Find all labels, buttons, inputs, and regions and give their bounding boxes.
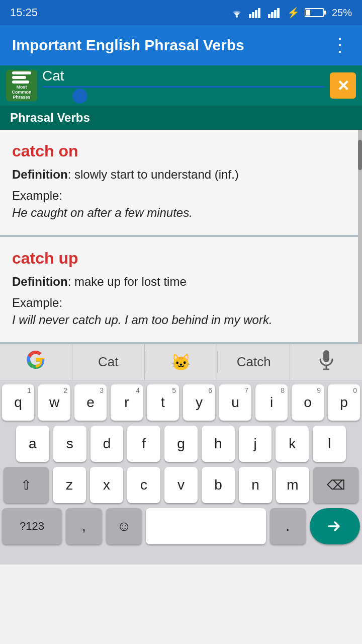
key-s[interactable]: s: [53, 426, 86, 462]
space-key[interactable]: [146, 508, 265, 544]
key-d[interactable]: d: [90, 426, 124, 462]
scroll-indicator[interactable]: [358, 130, 362, 344]
key-q[interactable]: 1q: [2, 384, 34, 421]
svg-rect-4: [258, 8, 260, 18]
svg-rect-2: [252, 12, 254, 18]
verb-title-catch-on: catch on: [12, 142, 350, 160]
suggest-catch-text[interactable]: Catch: [218, 344, 290, 380]
app-logo: Most CommonPhrases: [6, 70, 37, 101]
key-f[interactable]: f: [127, 426, 160, 462]
key-c[interactable]: c: [127, 467, 160, 503]
key-e[interactable]: 3e: [74, 384, 107, 421]
key-l[interactable]: l: [313, 426, 346, 462]
google-icon: [27, 351, 45, 373]
cursor-indicator: [72, 89, 87, 104]
suggest-cat-label: Cat: [98, 354, 118, 370]
battery-percent: 25%: [332, 7, 352, 19]
keyboard-row-3: ⇧ z x c v b n m ⌫: [2, 467, 360, 503]
key-a[interactable]: a: [16, 426, 49, 462]
clear-button[interactable]: ✕: [330, 72, 356, 99]
status-bar: 15:25 ⚡ 25%: [0, 0, 362, 25]
keyboard-suggestions: Cat 🐱 Catch: [0, 344, 362, 380]
status-time: 15:25: [10, 6, 38, 19]
verb-example-label-catch-on: Example:: [12, 189, 350, 203]
verb-entry-catch-on: catch on Definition: slowly start to und…: [0, 130, 362, 237]
search-input[interactable]: [42, 68, 325, 88]
keyboard-row-1: 1q 2w 3e 4r 5t 6y 7u 8i 9o 0p: [2, 384, 360, 421]
key-o[interactable]: 9o: [292, 384, 324, 421]
mic-icon: [319, 350, 333, 374]
suggest-google[interactable]: [0, 344, 72, 380]
suggest-emoji-cat[interactable]: 🐱: [145, 344, 218, 380]
bottom-bar: [2, 544, 360, 565]
period-key[interactable]: .: [270, 508, 306, 544]
key-b[interactable]: b: [202, 467, 235, 503]
numbers-key[interactable]: ?123: [2, 508, 62, 544]
key-y[interactable]: 6y: [183, 384, 215, 421]
key-h[interactable]: h: [202, 426, 235, 462]
app-title: Important English Phrasal Verbs: [12, 37, 244, 54]
search-bar: Most CommonPhrases ✕: [0, 65, 362, 106]
key-n[interactable]: n: [239, 467, 272, 503]
wifi-icon: [230, 7, 244, 18]
key-m[interactable]: m: [276, 467, 309, 503]
key-t[interactable]: 5t: [147, 384, 179, 421]
key-r[interactable]: 4r: [111, 384, 143, 421]
key-i[interactable]: 8i: [255, 384, 288, 421]
svg-rect-5: [268, 14, 270, 18]
svg-rect-6: [271, 12, 274, 18]
svg-rect-8: [277, 8, 280, 18]
keyboard-row-4: ?123 , ☺ .: [2, 508, 360, 544]
verb-definition-catch-up: Definition: make up for lost time: [12, 275, 350, 289]
signal-icon: [249, 7, 263, 18]
backspace-key[interactable]: ⌫: [313, 467, 358, 503]
svg-point-0: [236, 16, 238, 18]
keyboard: 1q 2w 3e 4r 5t 6y 7u 8i 9o 0p a s d f g …: [0, 380, 362, 565]
svg-rect-7: [274, 10, 277, 18]
scroll-thumb[interactable]: [358, 140, 362, 170]
status-icons: ⚡ 25%: [230, 7, 352, 19]
suggest-mic[interactable]: [290, 344, 362, 380]
key-g[interactable]: g: [164, 426, 198, 462]
suggest-catch-label: Catch: [237, 354, 271, 370]
section-header-label: Phrasal Verbs: [10, 111, 90, 124]
section-header: Phrasal Verbs: [0, 106, 362, 130]
key-k[interactable]: k: [276, 426, 309, 462]
svg-rect-3: [255, 10, 257, 18]
key-p[interactable]: 0p: [328, 384, 360, 421]
key-u[interactable]: 7u: [219, 384, 251, 421]
shift-key[interactable]: ⇧: [4, 467, 49, 503]
verb-example-text-catch-on: He caught on after a few minutes.: [12, 206, 350, 220]
svg-rect-11: [306, 10, 310, 16]
keyboard-row-2: a s d f g h j k l: [2, 426, 360, 462]
key-v[interactable]: v: [164, 467, 198, 503]
verb-title-catch-up: catch up: [12, 249, 350, 268]
signal-icon-2: [268, 7, 282, 18]
key-w[interactable]: 2w: [38, 384, 70, 421]
suggest-cat-text[interactable]: Cat: [72, 344, 145, 380]
time-display: 15:25: [10, 6, 38, 19]
content-area: catch on Definition: slowly start to und…: [0, 130, 362, 344]
verb-example-text-catch-up: I will never catch up. I am too behind i…: [12, 313, 350, 327]
verb-entry-catch-up: catch up Definition: make up for lost ti…: [0, 237, 362, 344]
svg-rect-1: [249, 14, 251, 18]
svg-rect-12: [323, 350, 329, 362]
verb-definition-catch-on: Definition: slowly start to understand (…: [12, 168, 350, 182]
verb-example-label-catch-up: Example:: [12, 296, 350, 310]
app-bar: Important English Phrasal Verbs ⋮: [0, 25, 362, 65]
search-input-wrapper: [42, 68, 325, 104]
key-j[interactable]: j: [239, 426, 272, 462]
enter-key[interactable]: [310, 508, 360, 544]
comma-key[interactable]: ,: [66, 508, 102, 544]
key-x[interactable]: x: [90, 467, 123, 503]
menu-button[interactable]: ⋮: [331, 35, 350, 56]
emoji-key[interactable]: ☺: [106, 508, 142, 544]
key-z[interactable]: z: [53, 467, 86, 503]
charging-icon: ⚡: [287, 7, 300, 19]
svg-rect-10: [324, 11, 326, 15]
battery-icon: [305, 7, 327, 18]
suggest-cat-emoji: 🐱: [171, 353, 191, 372]
